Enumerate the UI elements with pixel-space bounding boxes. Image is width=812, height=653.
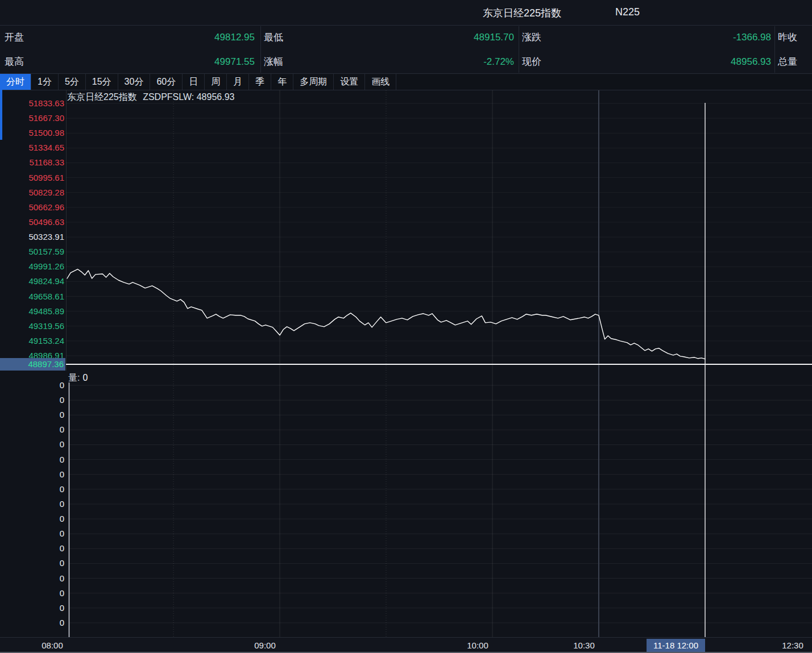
low-value: 48915.70 [370, 31, 514, 44]
volume-legend-value: 0 [82, 373, 88, 382]
time-axis-label: 09:00 [242, 640, 288, 650]
price-axis-label: 51500.98 [0, 128, 64, 138]
volume-axis-label: 0 [0, 559, 64, 568]
period-tab-3[interactable]: 5分 [59, 74, 86, 90]
time-axis-bar: 08:0009:0010:0010:3012:30 11-18 12:00 [0, 637, 812, 653]
volume-axis-label: 0 [0, 514, 64, 523]
price-axis-label: 49153.24 [0, 336, 64, 346]
trading-app-window: 东京日经225指数 N225 开盘 49812.95 最低 48915.70 涨… [0, 0, 812, 653]
price-axis-label: 50662.96 [0, 203, 64, 212]
volume-axis-label: 0 [0, 589, 64, 598]
time-axis-label: 12:30 [770, 640, 812, 650]
volume-axis-label: 0 [0, 485, 64, 494]
price-axis-label: 50995.61 [0, 173, 64, 182]
volume-axis-label: 0 [0, 604, 64, 613]
period-tab-1[interactable]: 分时 [0, 74, 31, 90]
period-tab-14[interactable]: 画线 [365, 74, 396, 90]
price-axis-label: 50157.59 [0, 247, 64, 256]
time-axis-label: 10:00 [455, 640, 500, 650]
period-tab-8[interactable]: 周 [205, 74, 227, 90]
pct-label: 涨幅 [264, 56, 283, 68]
volume-axis-label: 0 [0, 470, 64, 479]
chart-overlay-name: 东京日经225指数 [67, 92, 137, 102]
price-axis-label: 50323.91 [0, 232, 64, 242]
period-tab-11[interactable]: 年 [271, 74, 293, 90]
volume-axis-label: 0 [0, 440, 64, 449]
price-axis-label: 51168.33 [0, 158, 64, 167]
volume-axis-label: 0 [0, 410, 64, 419]
crosshair-price-badge: 48897.36 [0, 358, 65, 371]
period-tab-2[interactable]: 1分 [31, 74, 59, 90]
price-axis-label: 49485.89 [0, 307, 64, 316]
volume-axis-label: 0 [0, 425, 64, 434]
time-axis-label: 08:00 [30, 640, 75, 650]
open-label: 开盘 [5, 31, 24, 44]
header-bar: 东京日经225指数 N225 [0, 0, 812, 26]
high-value: 49971.55 [114, 56, 255, 68]
chart-canvas[interactable] [0, 90, 812, 653]
period-tab-12[interactable]: 多周期 [293, 74, 334, 90]
time-axis-label: 10:30 [561, 640, 607, 650]
price-axis-label: 49991.26 [0, 262, 64, 271]
price-axis-label: 51667.30 [0, 114, 64, 123]
volume-axis-label: 0 [0, 381, 64, 390]
volume-axis-label: 0 [0, 500, 64, 509]
open-value: 49812.95 [114, 31, 255, 44]
quote-separator [519, 26, 519, 73]
period-tab-7[interactable]: 日 [183, 74, 205, 90]
price-axis-label: 51334.65 [0, 143, 64, 152]
pct-value: -2.72% [370, 56, 514, 68]
price-axis-label: 49658.61 [0, 292, 64, 301]
period-tab-4[interactable]: 15分 [86, 74, 118, 90]
last-price-value: 48956.93 [625, 56, 771, 68]
period-tab-5[interactable]: 30分 [118, 74, 151, 90]
high-label: 最高 [5, 56, 24, 68]
quote-separator [774, 26, 775, 73]
price-axis-label: 49824.94 [0, 277, 64, 286]
volume-axis-label: 0 [0, 574, 64, 583]
change-value: -1366.98 [625, 31, 771, 44]
price-axis-label: 49319.56 [0, 322, 64, 331]
volume-axis-label: 0 [0, 529, 64, 538]
left-panel-scrollbar-fragment[interactable] [0, 90, 2, 140]
volume-legend: 量:0 [68, 372, 88, 384]
chart-area[interactable]: 东京日经225指数 ZSDPFSLW: 48956.93 51833.63516… [0, 90, 812, 653]
period-tab-9[interactable]: 月 [227, 74, 249, 90]
chart-overlay-quote: ZSDPFSLW: 48956.93 [143, 92, 234, 102]
volume-axis-label: 0 [0, 618, 64, 627]
volume-axis-label: 0 [0, 396, 64, 405]
period-tab-10[interactable]: 季 [249, 74, 271, 90]
instrument-symbol: N225 [615, 6, 640, 18]
volume-legend-label: 量: [68, 373, 80, 382]
total-volume-label: 总量 [778, 56, 797, 68]
quote-separator [260, 26, 261, 73]
price-axis-label: 50829.28 [0, 188, 64, 197]
chart-overlay-title: 东京日经225指数 ZSDPFSLW: 48956.93 [67, 91, 234, 103]
quote-panel: 开盘 49812.95 最低 48915.70 涨跌 -1366.98 昨收 最… [0, 26, 812, 74]
volume-axis-label: 0 [0, 455, 64, 464]
low-label: 最低 [264, 31, 283, 44]
price-axis-label: 51833.63 [0, 99, 64, 108]
instrument-title: 东京日经225指数 [483, 6, 561, 20]
prevclose-label: 昨收 [778, 31, 797, 44]
volume-axis-label: 0 [0, 544, 64, 553]
change-label: 涨跌 [522, 31, 541, 44]
last-price-label: 现价 [522, 56, 541, 68]
period-tab-bar: 分时1分5分15分30分60分日周月季年多周期设置画线 [0, 74, 812, 90]
crosshair-time-badge: 11-18 12:00 [647, 639, 705, 652]
period-tab-6[interactable]: 60分 [150, 74, 183, 90]
price-axis-label: 50496.63 [0, 218, 64, 227]
period-tab-13[interactable]: 设置 [334, 74, 365, 90]
